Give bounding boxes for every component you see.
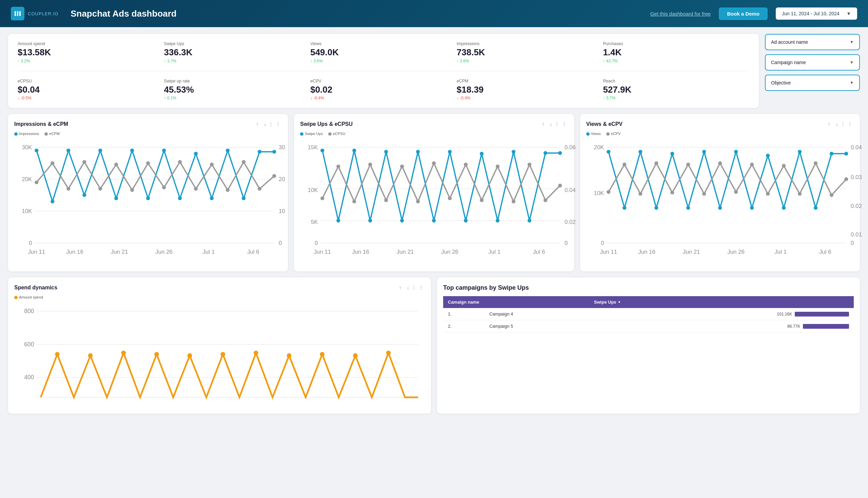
svg-point-74 (464, 219, 468, 223)
svg-text:0.06: 0.06 (564, 144, 576, 150)
svg-point-44 (242, 160, 245, 164)
campaign-bar (795, 312, 849, 316)
svg-point-128 (830, 152, 833, 156)
svg-point-127 (814, 206, 817, 210)
chart-header: Spend dynamics ↑ ↓ | ⋮ (14, 284, 425, 291)
sort-down-icon[interactable]: ↓ (549, 121, 554, 128)
metric-label: Views (310, 41, 457, 46)
svg-point-82 (336, 165, 340, 168)
metric-label: Amount spend (18, 41, 164, 46)
metric-label: eCPSU (18, 79, 164, 83)
chart-svg-wrap: 30K 20K 10K 0 30 20 10 0 (14, 138, 282, 267)
svg-point-130 (606, 190, 610, 194)
svg-point-23 (162, 148, 166, 152)
metric-purchases: Purchases 1.4K ↑ 43.7% (603, 41, 749, 63)
sort-up-icon[interactable]: ↑ (398, 284, 403, 291)
metric-value: $0.02 (310, 85, 457, 95)
svg-point-34 (82, 160, 86, 164)
svg-point-116 (639, 150, 642, 154)
svg-point-70 (400, 219, 404, 223)
svg-point-119 (686, 206, 690, 210)
campaign-name-label: Campaign name (771, 60, 806, 65)
svg-point-30 (272, 150, 276, 154)
metric-swipe-up-rate: Swipe up rate 45.53% ↑ 0.1% (164, 79, 310, 101)
svg-point-162 (154, 352, 159, 357)
main-content: Amount spend $13.58K ↑ 3.2% Swipe Ups 33… (0, 27, 868, 420)
more-options-icon[interactable]: ⋮ (274, 121, 282, 128)
svg-point-163 (187, 353, 192, 358)
sort-up-icon[interactable]: ↑ (255, 121, 260, 128)
svg-point-29 (258, 150, 262, 154)
spend-chart-svg-wrap: 800 600 400 (14, 301, 425, 409)
svg-point-140 (766, 192, 770, 196)
svg-point-72 (432, 219, 436, 223)
svg-text:Jun 21: Jun 21 (682, 249, 700, 255)
legend-ecpm: eCPM (44, 132, 60, 136)
svg-text:20K: 20K (594, 144, 604, 150)
svg-point-91 (480, 198, 483, 202)
campaign-name-dropdown[interactable]: Campaign name ▼ (765, 54, 860, 70)
svg-point-90 (464, 163, 468, 167)
ad-account-dropdown[interactable]: Ad account name ▼ (765, 34, 860, 50)
svg-point-46 (272, 174, 276, 178)
svg-text:Jun 11: Jun 11 (28, 249, 45, 255)
svg-text:Jul 6: Jul 6 (533, 249, 545, 255)
campaign-bar (803, 324, 849, 329)
svg-text:20: 20 (279, 176, 285, 183)
logo-text: COUPLER.IO (28, 11, 58, 16)
svg-text:Jun 11: Jun 11 (600, 249, 617, 255)
more-options-icon[interactable]: ⋮ (560, 121, 568, 128)
svg-point-80 (558, 151, 562, 155)
svg-text:400: 400 (24, 374, 34, 381)
metric-change: ↑ 3.7% (164, 59, 310, 63)
svg-point-143 (814, 161, 817, 165)
svg-text:5K: 5K (311, 219, 318, 225)
metric-change: ↓ -0.4% (310, 96, 457, 101)
sort-up-icon[interactable]: ↑ (541, 121, 546, 128)
svg-point-118 (670, 152, 674, 156)
campaign-name: Campaign 4 (484, 308, 589, 320)
table-row: 1. Campaign 4 101.16K (443, 308, 854, 320)
top-row: Amount spend $13.58K ↑ 3.2% Swipe Ups 33… (8, 34, 860, 108)
svg-text:10: 10 (279, 208, 285, 214)
chart-title: Views & eCPV (586, 121, 623, 127)
legend-ecpsu: eCPSU (328, 132, 346, 136)
svg-text:0: 0 (279, 240, 282, 246)
svg-point-120 (702, 150, 706, 154)
objective-dropdown[interactable]: Objective ▼ (765, 75, 860, 91)
date-range-picker[interactable]: Jun 11, 2024 - Jul 10, 2024 ▼ (776, 8, 857, 20)
get-dashboard-link[interactable]: Get this dashboard for free (650, 11, 711, 17)
svg-point-161 (121, 351, 126, 355)
campaign-name: Campaign 5 (484, 320, 589, 332)
campaigns-title: Top campaigns by Swipe Ups (443, 284, 854, 291)
svg-point-68 (368, 219, 372, 223)
more-options-icon[interactable]: ⋮ (846, 121, 854, 128)
metric-value: 549.0K (310, 48, 457, 57)
chart-header: Views & eCPV ↑ ↓ | ⋮ (586, 121, 854, 128)
more-options-icon[interactable]: ⋮ (417, 284, 425, 291)
svg-point-17 (66, 148, 70, 152)
sort-down-icon[interactable]: ↓ (405, 284, 411, 291)
svg-point-168 (353, 353, 358, 358)
campaign-arrow-icon: ▼ (850, 60, 854, 65)
table-header: Camaign name Swipe Ups ▼ (443, 296, 854, 308)
svg-point-164 (221, 352, 225, 357)
svg-text:0: 0 (315, 240, 318, 246)
svg-text:0.03: 0.03 (851, 174, 862, 181)
sort-down-icon[interactable]: ↓ (263, 121, 268, 128)
chart-svg-wrap: 15K 10K 5K 0 0.06 0.04 0.02 0 (300, 138, 567, 267)
metric-change: ↓ -0.5% (18, 96, 164, 101)
svg-text:800: 800 (24, 308, 34, 314)
sort-down-icon[interactable]: ↓ (834, 121, 840, 128)
table-header-row: Camaign name Swipe Ups ▼ (443, 296, 854, 308)
swipe-ups-col-header[interactable]: Swipe Ups ▼ (589, 296, 854, 308)
filters-sidebar: Ad account name ▼ Campaign name ▼ Object… (765, 34, 860, 91)
chart-controls: ↑ ↓ | ⋮ (398, 284, 425, 291)
header: COUPLER.IO Snapchat Ads dashboard Get th… (0, 0, 868, 27)
sort-up-icon[interactable]: ↑ (827, 121, 832, 128)
separator: | (842, 121, 844, 127)
svg-point-35 (98, 187, 102, 191)
swipe-ups-ecpsu-chart-card: Swipe Ups & eCPSU ↑ ↓ | ⋮ Swipe Ups eCPS… (294, 114, 574, 271)
book-demo-button[interactable]: Book a Demo (719, 8, 767, 20)
svg-text:10K: 10K (594, 190, 604, 196)
